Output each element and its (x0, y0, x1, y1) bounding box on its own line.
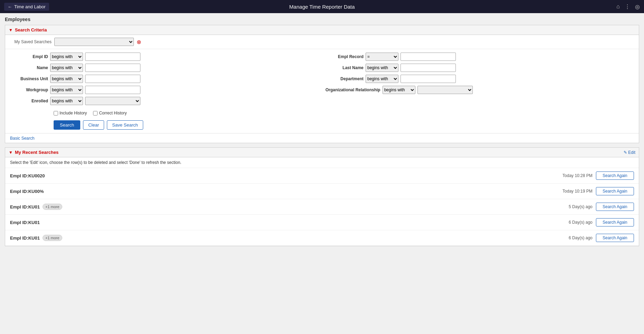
business-unit-label: Business Unit (10, 76, 48, 81)
name-label: Name (10, 65, 48, 70)
save-search-button[interactable]: Save Search (107, 120, 143, 130)
recent-header-left: ▼ My Recent Searches (9, 150, 58, 155)
empl-record-row: Empl Record = begins with (325, 53, 634, 61)
more-badge: +1 more (43, 235, 62, 241)
business-unit-input[interactable] (85, 75, 140, 83)
include-history-label[interactable]: Include History (54, 111, 87, 115)
recent-item: Empl ID:KU01 +1 more 6 Day(s) ago Search… (5, 230, 639, 246)
fields-left: Empl ID begins with = Name begins with = (10, 53, 319, 105)
empl-id-label: Empl ID (10, 54, 48, 59)
search-again-button[interactable]: Search Again (596, 171, 634, 180)
recent-item: Empl ID:KU01 +1 more 5 Day(s) ago Search… (5, 199, 639, 215)
back-label: Time and Labor (14, 4, 46, 9)
empl-record-label: Empl Record (325, 54, 364, 59)
recent-item-criteria: Empl ID:KU0020 (10, 173, 544, 178)
recent-item-time: 6 Day(s) ago (548, 235, 592, 240)
recent-item: Empl ID:KU0020 Today 10:28 PM Search Aga… (5, 168, 639, 184)
menu-icon[interactable]: ⋮ (625, 3, 630, 10)
more-badge: +1 more (43, 204, 62, 210)
name-operator[interactable]: begins with = (50, 64, 83, 72)
saved-searches-row: My Saved Searches ⊗ (5, 35, 639, 49)
recent-item-time: Today 10:19 PM (548, 189, 592, 194)
business-unit-row: Business Unit begins with = (10, 75, 319, 83)
recent-item-time: 5 Day(s) ago (548, 204, 592, 209)
search-again-button[interactable]: Search Again (596, 234, 634, 242)
recent-instruction: Select the 'Edit' icon, choose the row(s… (5, 157, 639, 168)
recent-searches-title: My Recent Searches (15, 150, 58, 155)
workgroup-row: Workgroup begins with = (10, 86, 319, 94)
department-operator[interactable]: begins with = (366, 75, 398, 83)
workgroup-input[interactable] (85, 86, 140, 94)
empl-id-operator[interactable]: begins with = (50, 53, 83, 61)
last-name-input[interactable] (401, 64, 456, 72)
workgroup-label: Workgroup (10, 87, 48, 92)
topbar-icons: ⌂ ⋮ ◎ (616, 3, 640, 10)
recent-item-criteria: Empl ID:KU01 (10, 220, 544, 225)
saved-searches-label: My Saved Searches (10, 39, 52, 44)
remove-saved-search-icon[interactable]: ⊗ (137, 39, 141, 45)
last-name-row: Last Name begins with = (325, 64, 634, 72)
back-button[interactable]: ← Time and Labor (4, 3, 49, 11)
empl-record-operator[interactable]: = begins with (366, 53, 398, 61)
collapse-icon[interactable]: ▼ (9, 28, 13, 33)
search-again-button[interactable]: Search Again (596, 203, 634, 211)
enrolled-label: Enrolled (10, 99, 48, 103)
fields-right: Empl Record = begins with Last Name begi… (325, 53, 634, 105)
recent-item-text: Empl ID:KU0020 (10, 173, 45, 178)
close-icon[interactable]: ◎ (635, 3, 640, 10)
page-title: Employees (5, 17, 639, 22)
recent-item-criteria: Empl ID:KU01 +1 more (10, 204, 544, 210)
last-name-label: Last Name (325, 65, 364, 70)
enrolled-value-select[interactable] (85, 97, 140, 105)
department-input[interactable] (401, 75, 456, 83)
include-history-checkbox[interactable] (54, 111, 58, 115)
clear-button[interactable]: Clear (83, 120, 104, 130)
search-criteria-section: ▼ Search Criteria My Saved Searches ⊗ Em… (5, 25, 639, 143)
correct-history-checkbox[interactable] (93, 111, 98, 115)
recent-item-criteria: Empl ID:KU00% (10, 189, 544, 194)
org-relationship-operator[interactable]: begins with = (383, 86, 415, 94)
org-relationship-value-select[interactable] (417, 86, 473, 94)
recent-item-criteria: Empl ID:KU01 +1 more (10, 235, 544, 241)
topbar: ← Time and Labor Manage Time Reporter Da… (0, 0, 644, 13)
back-arrow-icon: ← (8, 4, 12, 9)
recent-item-text: Empl ID:KU01 (10, 235, 40, 241)
basic-search-link[interactable]: Basic Search (10, 136, 35, 141)
last-name-operator[interactable]: begins with = (366, 64, 398, 72)
recent-item: Empl ID:KU01 6 Day(s) ago Search Again (5, 215, 639, 230)
empl-record-input[interactable] (401, 53, 456, 61)
search-criteria-header: ▼ Search Criteria (5, 25, 639, 35)
empl-id-row: Empl ID begins with = (10, 53, 319, 61)
name-input[interactable] (85, 64, 140, 72)
basic-search-link-container: Basic Search (5, 133, 639, 143)
checkboxes-row: Include History Correct History (5, 109, 639, 118)
search-again-button[interactable]: Search Again (596, 218, 634, 226)
recent-item: Empl ID:KU00% Today 10:19 PM Search Agai… (5, 184, 639, 199)
name-row: Name begins with = (10, 64, 319, 72)
enrolled-operator[interactable]: begins with = (50, 97, 83, 105)
search-fields: Empl ID begins with = Name begins with = (5, 49, 639, 109)
search-criteria-title: Search Criteria (15, 27, 47, 33)
recent-item-text: Empl ID:KU01 (10, 220, 40, 225)
recent-searches-header: ▼ My Recent Searches ✎ Edit (5, 148, 639, 157)
business-unit-operator[interactable]: begins with = (50, 75, 83, 83)
topbar-title: Manage Time Reporter Data (289, 4, 355, 10)
edit-pencil-icon: ✎ (624, 150, 627, 155)
recent-item-text: Empl ID:KU01 (10, 204, 40, 210)
org-relationship-label: Organizational Relationship (325, 87, 380, 92)
empl-id-input[interactable] (85, 53, 140, 61)
workgroup-operator[interactable]: begins with = (50, 86, 83, 94)
main-content: Employees ▼ Search Criteria My Saved Sea… (0, 13, 644, 334)
department-row: Department begins with = (325, 75, 634, 83)
search-again-button[interactable]: Search Again (596, 187, 634, 195)
recent-item-text: Empl ID:KU00% (10, 189, 44, 194)
edit-link[interactable]: ✎ Edit (624, 150, 635, 155)
saved-searches-select[interactable] (54, 38, 134, 46)
home-icon[interactable]: ⌂ (616, 3, 620, 10)
correct-history-label[interactable]: Correct History (93, 111, 127, 115)
recent-collapse-icon[interactable]: ▼ (9, 150, 13, 155)
department-label: Department (325, 76, 364, 81)
search-button[interactable]: Search (54, 120, 80, 130)
action-buttons: Search Clear Save Search (5, 118, 639, 133)
recent-item-time: 6 Day(s) ago (548, 220, 592, 225)
